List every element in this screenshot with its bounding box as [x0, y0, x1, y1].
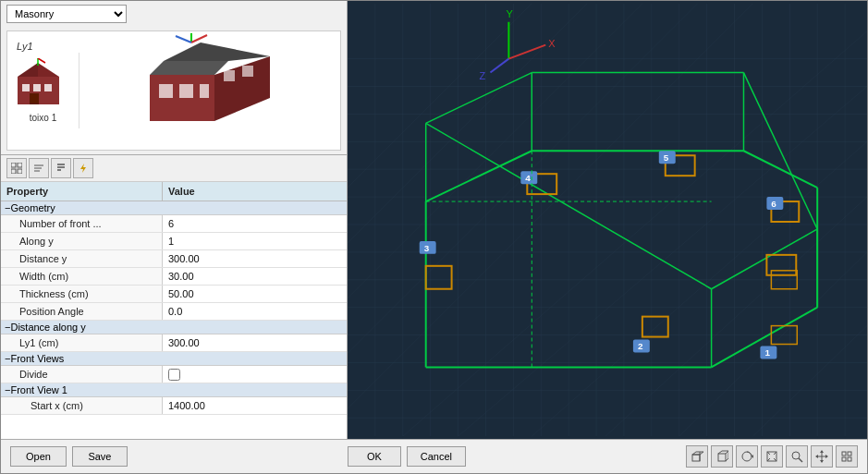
view-btn-1[interactable] [686, 445, 708, 468]
svg-text:X: X [548, 38, 556, 49]
svg-line-139 [799, 458, 802, 462]
svg-text:Z: Z [479, 70, 485, 81]
grid-icon [11, 163, 22, 174]
property-toolbar [1, 155, 347, 182]
view-btn-4[interactable] [761, 445, 783, 468]
svg-rect-3 [22, 84, 30, 91]
cancel-button[interactable]: Cancel [407, 446, 466, 467]
frame-icon [765, 450, 778, 463]
val-ly1: 300.00 [163, 334, 347, 351]
svg-rect-149 [848, 457, 851, 461]
svg-rect-125 [718, 454, 726, 461]
grid-view-button[interactable] [6, 158, 27, 178]
viewport-svg: Y X Z [348, 1, 867, 439]
zoom-icon [790, 450, 803, 463]
svg-text:4: 4 [525, 173, 531, 183]
table-row: Distance y 300.00 [1, 250, 347, 268]
svg-text:6: 6 [771, 199, 776, 209]
svg-rect-23 [11, 169, 16, 174]
svg-text:5: 5 [664, 152, 669, 163]
cube-icon-1 [691, 450, 703, 463]
building-thumbnail [13, 58, 73, 109]
prop-number-front: Number of front ... [1, 215, 163, 232]
svg-rect-13 [159, 84, 173, 98]
svg-rect-5 [44, 84, 52, 91]
svg-rect-17 [242, 66, 253, 77]
property-grid-header: Property Value [1, 182, 347, 201]
save-button[interactable]: Save [72, 446, 128, 467]
svg-rect-146 [842, 452, 846, 456]
view-btn-6[interactable] [811, 445, 833, 468]
distance-section-label: Distance along y [10, 322, 85, 333]
lightning-button[interactable] [73, 158, 93, 178]
svg-text:1: 1 [764, 347, 770, 358]
svg-line-8 [38, 58, 45, 63]
val-position-angle: 0.0 [163, 303, 347, 320]
frontviews-section-header: − Front Views [1, 352, 347, 366]
ok-button[interactable]: OK [348, 446, 401, 467]
svg-marker-145 [825, 455, 828, 458]
frontviews-section-label: Front Views [10, 353, 64, 364]
prop-width: Width (cm) [1, 268, 163, 285]
view-btn-3[interactable] [736, 445, 758, 468]
divide-checkbox[interactable] [168, 369, 180, 381]
rotate-icon [740, 450, 753, 463]
prop-divide: Divide [1, 366, 163, 383]
distance-section-header: − Distance along y [1, 321, 347, 334]
dropdown-row: Masonry [1, 1, 347, 27]
svg-text:2: 2 [638, 342, 643, 352]
lightning-icon [78, 163, 89, 174]
table-row: Ly1 (cm) 300.00 [1, 334, 347, 352]
property-column-header: Property [1, 182, 163, 201]
geometry-section-header: − Geometry [1, 201, 347, 215]
bottom-center-buttons: OK Cancel [348, 446, 466, 467]
property-icon [55, 163, 67, 174]
bottom-left-buttons: Open Save [10, 446, 128, 467]
prop-position-angle: Position Angle [1, 303, 163, 320]
fit-icon [840, 450, 853, 463]
thumb-label: toixo 1 [30, 113, 56, 123]
prop-ly1: Ly1 (cm) [1, 334, 163, 351]
val-width: 30.00 [163, 268, 347, 285]
val-start-x: 1400.00 [163, 397, 347, 414]
preview-label: Ly1 [17, 41, 33, 52]
svg-line-19 [191, 35, 207, 43]
svg-marker-31 [80, 164, 86, 173]
svg-rect-147 [848, 452, 851, 456]
sort-button[interactable] [29, 158, 49, 178]
svg-rect-148 [842, 457, 846, 461]
open-button[interactable]: Open [10, 446, 67, 467]
value-column-header: Value [163, 182, 201, 201]
property-button[interactable] [51, 158, 71, 178]
preview-area: Ly1 [6, 30, 341, 151]
3d-viewport: Y X Z [348, 1, 867, 439]
val-distance-y: 300.00 [163, 250, 347, 267]
svg-rect-14 [179, 84, 193, 98]
svg-marker-144 [815, 455, 818, 458]
svg-rect-6 [30, 93, 39, 104]
large-preview [79, 31, 340, 150]
val-along-y: 1 [163, 233, 347, 249]
sort-icon [33, 163, 44, 174]
table-row: Width (cm) 30.00 [1, 268, 347, 286]
top-section: Ly1 [1, 27, 347, 155]
view-btn-2[interactable] [711, 445, 733, 468]
val-divide [163, 366, 347, 383]
frontview1-section-label: Front View 1 [10, 384, 67, 395]
building-3d-preview [122, 33, 298, 149]
view-btn-7[interactable] [836, 445, 858, 468]
dialog-content: Masonry Ly1 [1, 1, 867, 439]
prop-along-y: Along y [1, 233, 163, 249]
prop-start-x: Start x (cm) [1, 397, 163, 414]
val-thickness: 50.00 [163, 286, 347, 302]
view-btn-5[interactable] [786, 445, 808, 468]
left-panel: Masonry Ly1 [1, 1, 348, 439]
masonry-dropdown[interactable]: Masonry [6, 5, 127, 23]
val-number-front: 6 [163, 215, 347, 232]
svg-marker-2 [38, 63, 59, 77]
thumbnail-area: toixo 1 [7, 53, 79, 128]
svg-text:Y: Y [506, 8, 513, 19]
table-row: Along y 1 [1, 233, 347, 250]
pan-icon [815, 450, 828, 463]
svg-point-138 [792, 452, 800, 459]
